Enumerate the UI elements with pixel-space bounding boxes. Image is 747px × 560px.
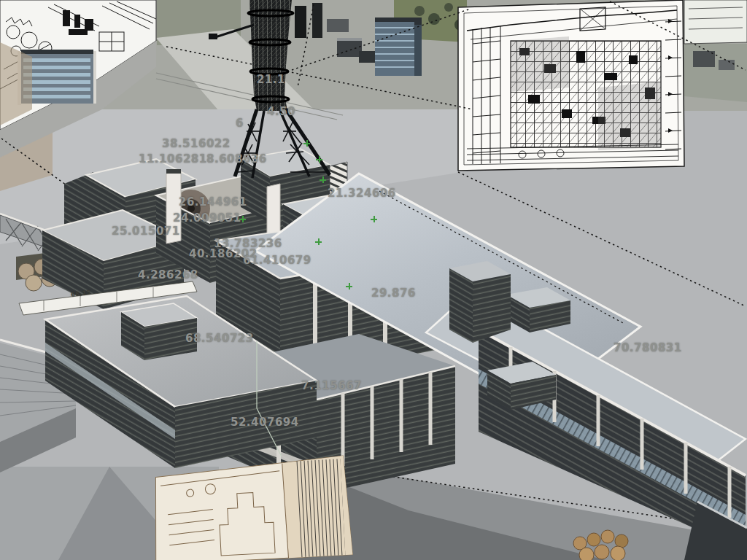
model-viewport[interactable]: 21.14.50638.51602211.1062818.60863621.32… <box>0 0 747 560</box>
3d-scene-canvas <box>0 0 747 560</box>
glass-building <box>375 18 422 76</box>
